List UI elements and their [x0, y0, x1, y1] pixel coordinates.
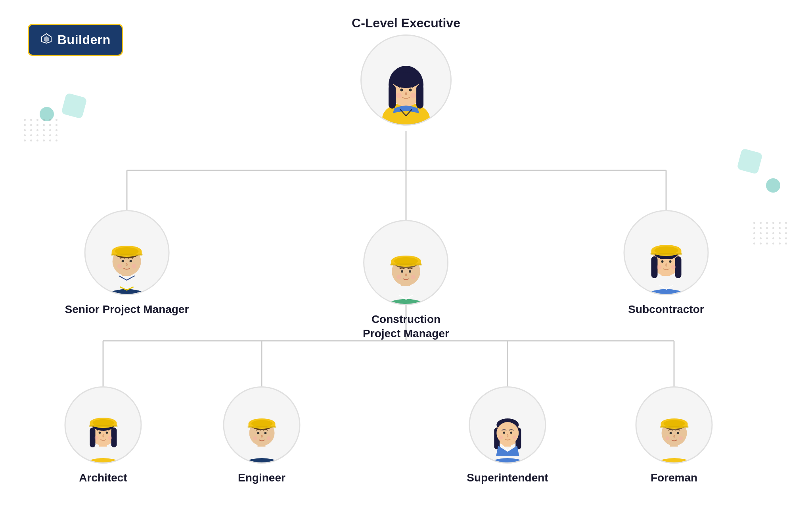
svg-rect-20: [416, 85, 423, 109]
svg-point-73: [108, 436, 112, 440]
svg-point-72: [94, 436, 98, 440]
superintendent-label: Superintendent: [467, 471, 548, 485]
svg-point-35: [117, 264, 122, 269]
svg-point-33: [122, 260, 124, 262]
svg-marker-1: [44, 36, 49, 42]
svg-point-102: [669, 432, 672, 434]
logo-icon: [40, 32, 53, 48]
node-senior-pm: Senior Project Manager: [65, 210, 189, 317]
deco-dots-right: [753, 222, 788, 244]
svg-point-49: [671, 265, 676, 269]
node-superintendent: Superintendent: [467, 386, 548, 485]
node-subcontractor: Subcontractor: [624, 210, 709, 317]
svg-point-103: [676, 432, 679, 434]
node-engineer: Engineer: [223, 386, 301, 485]
svg-point-104: [665, 436, 669, 440]
subcontractor-label: Subcontractor: [628, 302, 704, 317]
deco-rect-2: [737, 148, 763, 174]
svg-point-21: [392, 72, 420, 88]
svg-point-90: [496, 422, 519, 444]
svg-rect-80: [247, 426, 276, 428]
svg-point-94: [512, 435, 516, 439]
svg-point-84: [266, 436, 270, 440]
svg-point-82: [264, 432, 266, 434]
svg-rect-39: [651, 256, 657, 278]
engineer-label: Engineer: [238, 471, 285, 485]
node-c-level: C-Level Executive: [352, 16, 460, 126]
deco-dots-left: [24, 119, 59, 141]
svg-rect-101: [660, 426, 688, 428]
deco-circle-2: [766, 178, 780, 193]
svg-point-23: [409, 89, 412, 92]
node-foreman: Foreman: [636, 386, 713, 485]
svg-point-70: [98, 432, 101, 434]
svg-point-91: [503, 432, 505, 434]
svg-point-24: [396, 93, 402, 98]
svg-point-47: [669, 260, 671, 263]
logo-text: Buildern: [57, 32, 111, 47]
svg-rect-63: [90, 428, 95, 447]
svg-point-22: [400, 89, 403, 92]
construction-pm-label: ConstructionProject Manager: [363, 312, 449, 341]
svg-rect-45: [650, 253, 682, 255]
architect-label: Architect: [79, 471, 127, 485]
svg-point-105: [679, 436, 683, 440]
svg-rect-56: [390, 264, 422, 265]
svg-rect-19: [389, 85, 396, 109]
svg-point-25: [410, 93, 416, 98]
svg-rect-32: [111, 254, 143, 256]
svg-point-59: [396, 275, 401, 279]
svg-point-36: [132, 264, 136, 269]
svg-point-83: [253, 436, 257, 440]
svg-point-34: [130, 260, 132, 262]
svg-point-48: [657, 265, 661, 269]
svg-point-58: [409, 270, 411, 273]
senior-pm-label: Senior Project Manager: [65, 302, 189, 317]
node-construction-pm: ConstructionProject Manager: [363, 220, 449, 341]
svg-point-57: [401, 270, 403, 273]
node-architect: Architect: [65, 386, 142, 485]
svg-point-81: [257, 432, 259, 434]
deco-rect-1: [61, 93, 87, 119]
svg-point-93: [499, 435, 503, 439]
svg-rect-69: [89, 425, 117, 427]
svg-rect-64: [111, 428, 117, 447]
svg-point-60: [411, 275, 416, 279]
foreman-label: Foreman: [651, 471, 697, 485]
logo: Buildern: [28, 24, 123, 56]
svg-rect-40: [675, 256, 681, 278]
svg-point-46: [661, 260, 663, 263]
svg-point-92: [510, 432, 512, 434]
c-level-title: C-Level Executive: [352, 16, 460, 31]
svg-point-71: [105, 432, 108, 434]
